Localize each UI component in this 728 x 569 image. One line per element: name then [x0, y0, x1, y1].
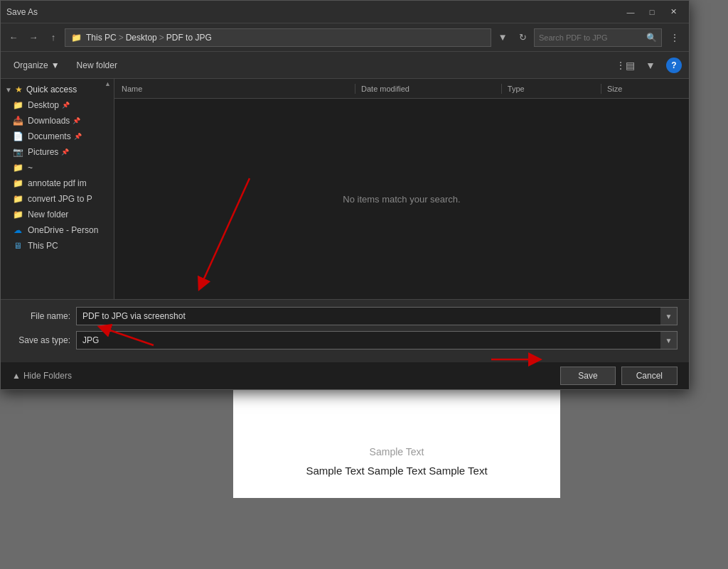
file-list-body: No items match your search.	[114, 99, 689, 299]
col-header-size[interactable]: Size	[607, 85, 682, 93]
sidebar-item-annotate[interactable]: 📁 annotate pdf im	[1, 175, 114, 191]
documents-folder-icon: 📄	[12, 131, 23, 142]
onedrive-icon: ☁	[12, 224, 23, 236]
sidebar-item-documents[interactable]: 📄 Documents 📌	[1, 129, 114, 144]
doc-text-top: Sample Text	[370, 446, 424, 457]
col-header-date[interactable]: Date modified	[361, 85, 501, 93]
savetype-label: Save as type:	[12, 335, 76, 345]
resize-handle[interactable]: ⁢	[678, 378, 689, 389]
path-thispc: This PC	[86, 33, 117, 43]
sidebar-documents-label: Documents	[28, 131, 71, 141]
new-folder-label: New folder	[77, 60, 117, 70]
sidebar-scroll-top[interactable]: ▲	[105, 80, 111, 87]
savetype-dropdown-arrow[interactable]: ▼	[660, 331, 678, 349]
up-button[interactable]: ↑	[45, 29, 62, 46]
forward-button[interactable]: →	[25, 29, 42, 46]
sidebar-item-convert[interactable]: 📁 convert JPG to P	[1, 191, 114, 207]
sidebar-desktop-label: Desktop	[28, 100, 59, 110]
savetype-input-group: ▼	[76, 331, 678, 349]
sidebar-item-newfolder[interactable]: 📁 New folder	[1, 207, 114, 222]
path-sep1: >	[119, 33, 124, 43]
path-folder: PDF to JPG	[166, 33, 212, 43]
empty-message: No items match your search.	[343, 194, 460, 205]
action-buttons: Save Cancel	[560, 367, 678, 385]
view-toggle-button[interactable]: ⋮▤	[615, 55, 635, 75]
sidebar-item-downloads[interactable]: 📥 Downloads 📌	[1, 113, 114, 129]
quick-access-arrow: ▼	[5, 86, 12, 94]
sidebar-pictures-label: Pictures	[28, 147, 58, 157]
search-icon: 🔍	[646, 33, 657, 43]
maximize-button[interactable]: □	[642, 5, 662, 19]
col-sep-2	[501, 84, 502, 94]
cancel-button[interactable]: Cancel	[621, 367, 678, 385]
title-bar-text: Save As	[6, 7, 621, 17]
organize-arrow: ▼	[51, 60, 60, 70]
close-button[interactable]: ✕	[663, 5, 683, 19]
downloads-folder-icon: 📥	[12, 115, 23, 126]
sidebar-convert-label: convert JPG to P	[28, 194, 92, 204]
col-header-name[interactable]: Name	[122, 85, 355, 93]
bottom-section: File name: ▼ Save as type: ▼	[1, 299, 689, 362]
path-sep2: >	[159, 33, 164, 43]
filename-input[interactable]	[76, 307, 660, 325]
sidebar-onedrive-label: OneDrive - Person	[28, 225, 98, 235]
savetype-row: Save as type: ▼	[12, 331, 678, 349]
address-path[interactable]: 📁 This PC > Desktop > PDF to JPG	[65, 28, 491, 47]
pictures-pin-icon: 📌	[61, 148, 69, 156]
savetype-input[interactable]	[76, 331, 660, 349]
new-folder-button[interactable]: New folder	[71, 58, 123, 73]
doc-text-main: Sample Text Sample Text Sample Text	[306, 465, 487, 477]
filename-dropdown-arrow[interactable]: ▼	[660, 307, 678, 325]
refresh-button[interactable]: ↻	[514, 29, 531, 46]
sidebar-item-tilde[interactable]: 📁 ~	[1, 160, 114, 175]
filename-input-group: ▼	[76, 307, 678, 325]
main-area: ▲ ▼ ★ Quick access 📁 Desktop 📌 📥 Downloa…	[1, 79, 689, 299]
quick-access-icon: ★	[15, 85, 23, 94]
quick-access-header[interactable]: ▼ ★ Quick access	[1, 82, 114, 97]
title-bar-controls: — □ ✕	[621, 5, 683, 19]
file-list-header: Name Date modified Type Size	[114, 79, 689, 99]
toolbar: Organize ▼ New folder ⋮▤ ▼ ?	[1, 52, 689, 79]
sidebar-item-onedrive[interactable]: ☁ OneDrive - Person	[1, 222, 114, 238]
sidebar-item-desktop[interactable]: 📁 Desktop 📌	[1, 97, 114, 113]
organize-label: Organize	[14, 60, 48, 70]
sidebar-newfolder-label: New folder	[28, 210, 68, 220]
tilde-folder-icon: 📁	[12, 162, 23, 173]
help-button[interactable]: ?	[666, 58, 682, 73]
pictures-folder-icon: 📷	[12, 146, 23, 158]
sidebar-thispc-label: This PC	[28, 241, 58, 251]
address-bar: ← → ↑ 📁 This PC > Desktop > PDF to JPG ▼…	[1, 23, 689, 52]
search-box: 🔍	[534, 28, 662, 47]
search-input[interactable]	[539, 33, 643, 42]
file-list: Name Date modified Type Size No items ma…	[114, 79, 689, 299]
sidebar-tilde-label: ~	[28, 163, 33, 173]
annotate-folder-icon: 📁	[12, 178, 23, 189]
sidebar-downloads-label: Downloads	[28, 116, 70, 126]
hide-folders-button[interactable]: ▲ Hide Folders	[12, 371, 72, 381]
save-button[interactable]: Save	[560, 367, 615, 385]
minimize-button[interactable]: —	[621, 5, 641, 19]
col-header-type[interactable]: Type	[508, 85, 601, 93]
convert-folder-icon: 📁	[12, 193, 23, 205]
view-icon: ⋮▤	[616, 60, 635, 71]
more-options-button[interactable]: ⋮	[665, 29, 685, 46]
path-folder-icon: 📁	[71, 33, 82, 43]
view-dropdown-button[interactable]: ▼	[641, 55, 660, 75]
sidebar-item-thispc[interactable]: 🖥 This PC	[1, 238, 114, 254]
help-label: ?	[671, 60, 676, 70]
organize-button[interactable]: Organize ▼	[8, 58, 65, 73]
sidebar-annotate-label: annotate pdf im	[28, 178, 87, 188]
quick-access-label: Quick access	[26, 85, 77, 94]
bottom-actions: ▲ Hide Folders Save Cancel	[1, 362, 689, 389]
col-sep-3	[601, 84, 601, 94]
hide-folders-label: Hide Folders	[23, 371, 72, 381]
filename-row: File name: ▼	[12, 307, 678, 325]
desktop-folder-icon: 📁	[12, 99, 23, 111]
hide-folders-arrow: ▲	[12, 371, 21, 381]
sidebar-item-pictures[interactable]: 📷 Pictures 📌	[1, 144, 114, 160]
title-bar: Save As — □ ✕	[1, 1, 689, 23]
path-desktop: Desktop	[126, 33, 157, 43]
col-sep-1	[355, 84, 355, 94]
path-dropdown-button[interactable]: ▼	[494, 29, 511, 46]
back-button[interactable]: ←	[5, 29, 22, 46]
